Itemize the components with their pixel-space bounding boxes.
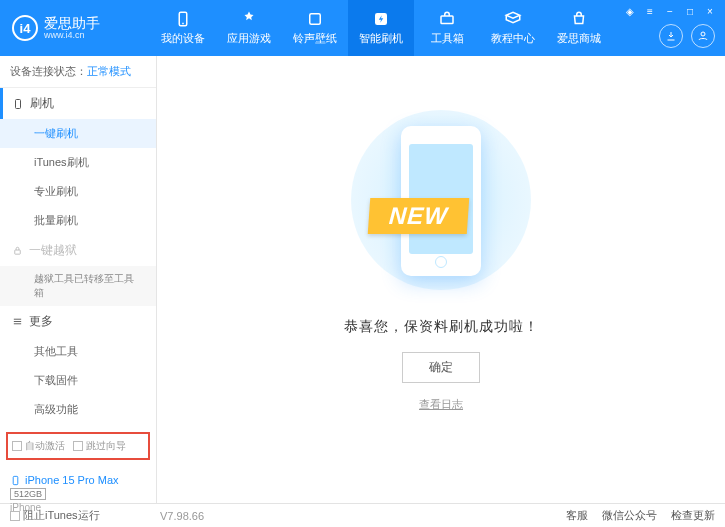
sidebar-pro-flash[interactable]: 专业刷机 [0, 177, 156, 206]
titlebar: i4 爱思助手 www.i4.cn 我的设备 应用游戏 铃声壁纸 智能刷机 工具… [0, 0, 725, 56]
ringtone-icon [306, 10, 324, 28]
phone-icon [12, 98, 24, 110]
footer-support[interactable]: 客服 [566, 508, 588, 523]
device-name: iPhone 15 Pro Max [10, 474, 146, 486]
success-message: 恭喜您，保资料刷机成功啦！ [344, 318, 539, 336]
window-controls: ◈ ≡ − □ × [623, 4, 717, 18]
svg-point-5 [701, 32, 705, 36]
sidebar-flash-head[interactable]: 刷机 [0, 88, 156, 119]
new-ribbon: NEW [368, 198, 470, 234]
sidebar-download-fw[interactable]: 下载固件 [0, 366, 156, 395]
apps-icon [240, 10, 258, 28]
success-illustration: NEW [341, 100, 541, 300]
svg-rect-7 [15, 250, 21, 254]
nav-my-device[interactable]: 我的设备 [150, 0, 216, 56]
options-highlight-box: 自动激活 跳过向导 [6, 432, 150, 460]
version-label: V7.98.66 [160, 510, 204, 522]
header-circle-buttons [659, 24, 715, 48]
footer-left: 阻止iTunes运行 [10, 508, 100, 523]
skin-icon[interactable]: ◈ [623, 4, 637, 18]
sidebar: 设备连接状态：正常模式 刷机 一键刷机 iTunes刷机 专业刷机 批量刷机 一… [0, 56, 157, 503]
nav-flash[interactable]: 智能刷机 [348, 0, 414, 56]
ok-button[interactable]: 确定 [402, 352, 480, 383]
sidebar-jailbreak-note: 越狱工具已转移至工具箱 [0, 266, 156, 306]
flash-icon [372, 10, 390, 28]
nav-toolbox[interactable]: 工具箱 [414, 0, 480, 56]
svg-rect-2 [310, 14, 321, 25]
mall-icon [570, 10, 588, 28]
nav-tutorial[interactable]: 教程中心 [480, 0, 546, 56]
main-content: NEW 恭喜您，保资料刷机成功啦！ 确定 查看日志 [157, 56, 725, 503]
footer-update[interactable]: 检查更新 [671, 508, 715, 523]
app-name: 爱思助手 [44, 16, 100, 30]
nav-ringtone[interactable]: 铃声壁纸 [282, 0, 348, 56]
logo-area: i4 爱思助手 www.i4.cn [0, 15, 150, 41]
device-storage-badge: 512GB [10, 488, 46, 500]
svg-rect-4 [441, 16, 453, 24]
nav-mall[interactable]: 爱思商城 [546, 0, 612, 56]
close-icon[interactable]: × [703, 4, 717, 18]
tutorial-icon [504, 10, 522, 28]
download-button[interactable] [659, 24, 683, 48]
sidebar-more-head[interactable]: 更多 [0, 306, 156, 337]
sidebar-advanced[interactable]: 高级功能 [0, 395, 156, 424]
device-icon [174, 10, 192, 28]
sidebar-other-tools[interactable]: 其他工具 [0, 337, 156, 366]
phone-small-icon [10, 475, 21, 486]
minimize-icon[interactable]: − [663, 4, 677, 18]
logo-text: 爱思助手 www.i4.cn [44, 16, 100, 40]
svg-rect-11 [13, 476, 18, 484]
connection-status: 设备连接状态：正常模式 [0, 56, 156, 88]
logo-icon: i4 [12, 15, 38, 41]
footer-right: 客服 微信公众号 检查更新 [566, 508, 715, 523]
sidebar-batch-flash[interactable]: 批量刷机 [0, 206, 156, 235]
toolbox-icon [438, 10, 456, 28]
user-button[interactable] [691, 24, 715, 48]
auto-activate-checkbox[interactable]: 自动激活 [12, 439, 65, 453]
skip-guide-checkbox[interactable]: 跳过向导 [73, 439, 126, 453]
lock-icon [12, 245, 23, 256]
sidebar-itunes-flash[interactable]: iTunes刷机 [0, 148, 156, 177]
sidebar-onekey-flash[interactable]: 一键刷机 [0, 119, 156, 148]
menu-icon[interactable]: ≡ [643, 4, 657, 18]
svg-rect-6 [16, 99, 21, 108]
sidebar-jailbreak-head: 一键越狱 [0, 235, 156, 266]
maximize-icon[interactable]: □ [683, 4, 697, 18]
view-log-link[interactable]: 查看日志 [419, 397, 463, 412]
nav-apps[interactable]: 应用游戏 [216, 0, 282, 56]
app-url: www.i4.cn [44, 30, 100, 40]
footer-wechat[interactable]: 微信公众号 [602, 508, 657, 523]
list-icon [12, 316, 23, 327]
block-itunes-checkbox[interactable]: 阻止iTunes运行 [10, 508, 100, 523]
